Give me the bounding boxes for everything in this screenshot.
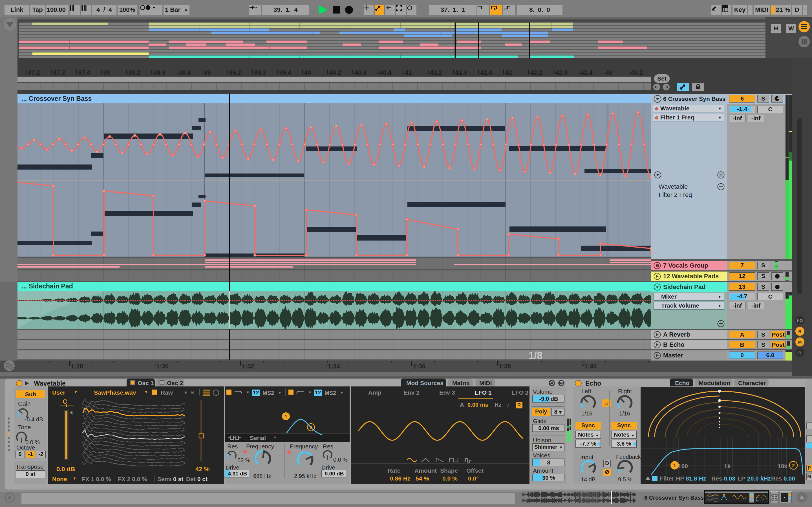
svg-text:10k: 10k — [777, 463, 788, 469]
svg-text:2: 2 — [792, 463, 795, 468]
svg-text:1: 1 — [673, 463, 676, 468]
svg-text:1k: 1k — [724, 463, 731, 469]
svg-text:100: 100 — [678, 463, 688, 469]
